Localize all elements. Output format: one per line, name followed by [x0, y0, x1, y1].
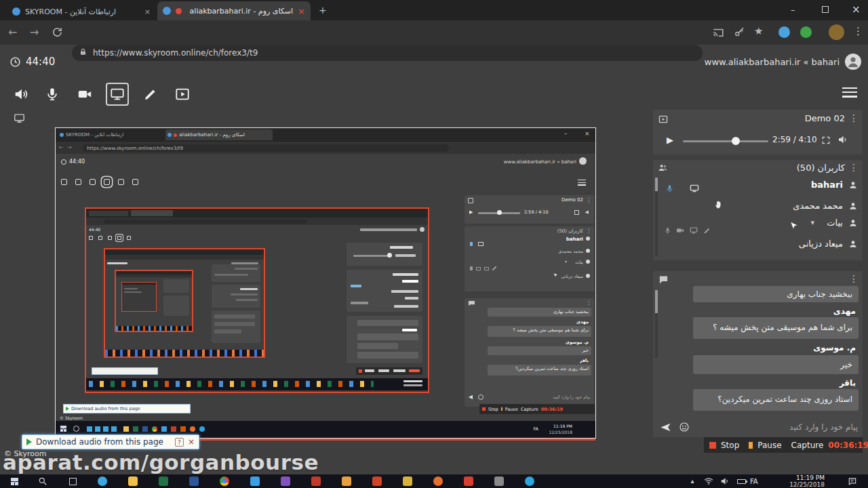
taskbar-app-icon-yellow[interactable]: [401, 476, 414, 487]
video-seek-thumb[interactable]: [732, 137, 740, 145]
nested-screen-level2: 44:40: [85, 207, 429, 393]
reload-icon[interactable]: [52, 26, 63, 41]
tab-skyroom-home[interactable]: SKYROOM - ارتباطات آنلاین: [7, 3, 156, 20]
infobar-info-button[interactable]: ?: [175, 438, 184, 447]
users-scrollbar[interactable]: [655, 178, 658, 256]
taskbar-app-icon-red[interactable]: [462, 476, 475, 487]
taskbar-app-icon-powerpoint[interactable]: [371, 476, 383, 487]
chat-panel: ببخشید جناب بهاری مهدی برای شما هم موسیق…: [653, 271, 863, 437]
nested-site-label: www.aliakbarbahari.ir « bahari: [462, 159, 576, 165]
window-minimize-button[interactable]: [791, 5, 795, 14]
taskbar-app-icon-chrome[interactable]: [218, 476, 231, 487]
user-screen-icon[interactable]: [690, 183, 699, 196]
tab2-close-icon[interactable]: [298, 7, 305, 16]
taskbar-app-icon-telegram[interactable]: [524, 476, 536, 487]
window-close-button[interactable]: [852, 5, 861, 15]
forward-icon[interactable]: [30, 27, 39, 38]
video-volume-icon[interactable]: [837, 134, 848, 148]
video-play-icon[interactable]: [667, 136, 673, 144]
nested-tab1: SKYROOM - ارتباطات آنلاین: [60, 130, 161, 140]
pause-button[interactable]: Pause: [757, 441, 781, 450]
watermark: aparat.com/gorganbourse: [3, 450, 319, 474]
nested-tab2: اسکای روم - aliakbarbahari.ir: [165, 129, 273, 140]
chevron-down-icon[interactable]: [810, 219, 814, 226]
new-tab-button[interactable]: [319, 5, 327, 15]
taskbar-app-icon-explorer[interactable]: [127, 476, 139, 487]
nested-screen-level3: [104, 248, 265, 358]
taskbar-app-icon-vscode[interactable]: [249, 476, 261, 487]
nested-infobar: Download audio from this page: [63, 404, 191, 413]
chat-input[interactable]: [696, 419, 858, 435]
back-icon[interactable]: [8, 27, 17, 38]
taskbar-app-icon-word[interactable]: [188, 476, 200, 487]
language-indicator[interactable]: FA: [750, 478, 758, 485]
microphone-button[interactable]: [42, 84, 62, 104]
volume-icon[interactable]: [719, 476, 731, 487]
screen-share-button[interactable]: [106, 83, 129, 106]
user-avatar[interactable]: [845, 54, 861, 70]
session-timer: 44:40: [26, 56, 55, 68]
emoji-icon[interactable]: [679, 422, 690, 435]
infobar-close-icon[interactable]: [188, 438, 195, 446]
browser-menu-icon[interactable]: [853, 26, 863, 37]
search-icon[interactable]: [37, 476, 49, 487]
taskbar-app-icon-pdf[interactable]: [310, 476, 322, 487]
user-row-mohammad[interactable]: محمد محمدی: [660, 198, 861, 216]
action-center-icon[interactable]: [846, 476, 859, 487]
user-row-miad[interactable]: میعاد دزیانی: [660, 236, 861, 253]
tab1-title: SKYROOM - ارتباطات آنلاین: [25, 7, 140, 16]
stop-button[interactable]: Stop: [721, 441, 739, 450]
bookmark-star-icon[interactable]: [754, 26, 763, 37]
task-view-icon[interactable]: [66, 476, 79, 487]
layout-monitor-icon[interactable]: [14, 113, 25, 127]
hamburger-menu-icon[interactable]: [842, 87, 857, 98]
taskbar-app-icon-excel[interactable]: [157, 476, 170, 487]
taskbar-app-icon-orange[interactable]: [340, 476, 353, 487]
user-mic-icon[interactable]: [665, 183, 674, 196]
tab1-close-icon[interactable]: [144, 8, 151, 16]
url-bar[interactable]: https://www.skyroom.online/ch/forex3/t9: [72, 45, 703, 61]
taskbar-app-icon-edge[interactable]: [96, 476, 108, 487]
extension-icon-green[interactable]: [800, 26, 812, 38]
webcam-button[interactable]: [75, 84, 95, 104]
speaker-button[interactable]: [11, 84, 31, 104]
user-row-bayat[interactable]: بیات: [660, 216, 861, 236]
windows-taskbar: FA 11:19 PM 12/25/2018: [0, 474, 868, 488]
nested-min-icon: [564, 131, 568, 137]
tab-aliakbarbahari[interactable]: اسکای روم - aliakbarbahari.ir: [157, 1, 311, 20]
video-seek-track[interactable]: [683, 140, 768, 142]
nested-video-panel: Demo 02 2:59 / 4:10: [465, 195, 594, 224]
battery-icon[interactable]: [735, 476, 747, 487]
extension-icon-blue[interactable]: [778, 26, 790, 38]
users-panel-menu-icon[interactable]: [849, 163, 859, 172]
window-maximize-button[interactable]: [822, 6, 829, 13]
infobar-text: Download audio from this page: [36, 437, 171, 447]
wifi-icon[interactable]: [703, 476, 715, 487]
person-icon: [848, 239, 858, 251]
user-row-bahari[interactable]: bahari: [660, 178, 861, 198]
video-time: 2:59 / 4:10: [772, 135, 817, 144]
camera-capture-indicator-icon[interactable]: [712, 26, 724, 41]
clock-date: 12/25/2018: [770, 482, 825, 488]
nested-back-icon: [59, 145, 64, 150]
send-message-icon[interactable]: [660, 422, 671, 436]
taskbar-app-icon-gray[interactable]: [493, 476, 505, 487]
taskbar-clock[interactable]: 11:19 PM 12/25/2018: [770, 475, 825, 488]
chat-scrollbar[interactable]: [655, 290, 658, 358]
video-panel-menu-icon[interactable]: [849, 113, 859, 123]
chat-panel-menu-icon[interactable]: [849, 274, 859, 283]
whiteboard-pencil-button[interactable]: [140, 84, 160, 104]
media-share-button[interactable]: [172, 84, 193, 104]
profile-avatar[interactable]: [829, 24, 844, 40]
start-button[interactable]: [8, 476, 20, 487]
capture-button[interactable]: Capture: [791, 441, 824, 450]
browser-tab-strip: SKYROOM - ارتباطات آنلاین اسکای روم - al…: [0, 0, 868, 20]
key-icon[interactable]: [734, 26, 745, 41]
nested-cursor: [553, 268, 559, 281]
user-name: میعاد دزیانی: [799, 239, 843, 249]
taskbar-app-icon-purple[interactable]: [279, 476, 292, 487]
tray-expand-icon[interactable]: [686, 476, 698, 487]
video-fullscreen-icon[interactable]: [821, 135, 831, 148]
nested-users-panel: کاربران (50) bahari محمد محمدی بیات میعا…: [465, 226, 594, 291]
taskbar-app-icon-firefox[interactable]: [432, 476, 444, 487]
